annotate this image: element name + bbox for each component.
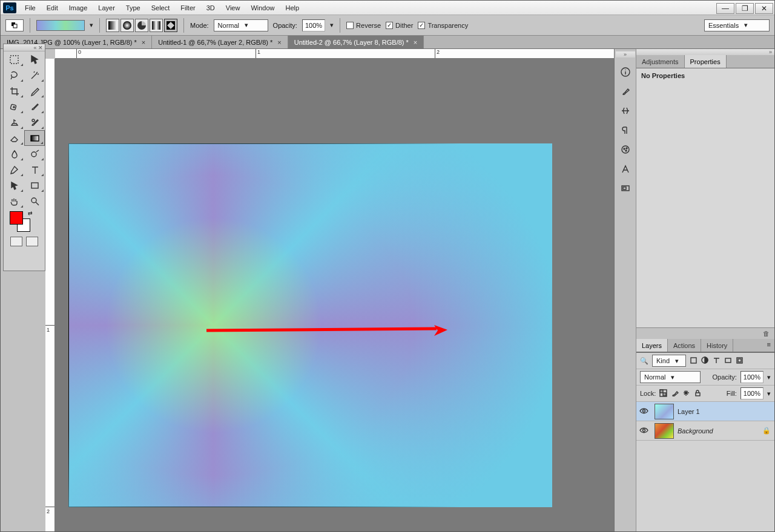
clone-stamp-tool[interactable] [4, 114, 24, 130]
menu-image[interactable]: Image [64, 2, 93, 13]
chevron-down-icon[interactable]: ▾ [767, 373, 771, 381]
window-close-button[interactable]: ✕ [755, 3, 773, 14]
styles-panel-icon[interactable] [618, 142, 633, 157]
gradient-reflected-button[interactable] [150, 19, 163, 32]
menu-file[interactable]: File [20, 2, 41, 13]
quick-mask-button[interactable] [10, 237, 22, 246]
menu-select[interactable]: Select [147, 2, 175, 13]
layer-filter-select[interactable]: Kind▾ [652, 355, 686, 367]
gradient-preset-picker[interactable] [36, 20, 85, 31]
menu-help[interactable]: Help [281, 2, 305, 13]
workspace-select[interactable]: Essentials▾ [704, 19, 770, 31]
dither-checkbox[interactable]: Dither [386, 22, 413, 29]
history-brush-tool[interactable] [24, 114, 45, 130]
gradient-radial-button[interactable] [120, 19, 134, 32]
pen-tool[interactable] [4, 162, 24, 177]
lock-transparency-icon[interactable] [659, 389, 667, 398]
lock-position-icon[interactable] [682, 389, 690, 398]
color-picker[interactable]: ⇄ [4, 209, 45, 234]
toolbox-collapse-handle[interactable]: « ✕ [4, 44, 45, 51]
visibility-toggle-icon[interactable] [636, 407, 651, 416]
window-minimize-button[interactable]: — [716, 3, 734, 14]
hand-tool[interactable] [4, 193, 24, 209]
document-tab[interactable]: Untitled-1 @ 66,7% (Layer 2, RGB/8) *× [152, 36, 288, 48]
navigator-panel-icon[interactable] [618, 181, 633, 195]
close-tab-icon[interactable]: × [277, 39, 281, 46]
filter-type-icon[interactable] [713, 356, 721, 366]
fill-input[interactable]: 100% [740, 387, 763, 399]
chevron-down-icon[interactable]: ▾ [330, 21, 334, 29]
marquee-tool[interactable] [4, 51, 24, 67]
actions-tab[interactable]: Actions [668, 339, 701, 352]
layer-name[interactable]: Layer 1 [678, 408, 774, 415]
canvas-viewport[interactable] [55, 59, 614, 531]
blend-mode-select[interactable]: Normal▾ [214, 19, 268, 31]
layer-row[interactable]: Background 🔒 [636, 421, 774, 441]
lasso-tool[interactable] [4, 67, 24, 83]
magic-wand-tool[interactable] [24, 67, 45, 83]
visibility-toggle-icon[interactable] [636, 426, 651, 435]
menu-layer[interactable]: Layer [93, 2, 120, 13]
layer-thumbnail[interactable] [655, 423, 674, 439]
panel-menu-icon[interactable]: ≡ [763, 339, 774, 352]
chevron-down-icon[interactable]: ▾ [767, 390, 771, 398]
menu-edit[interactable]: Edit [42, 2, 63, 13]
shape-tool[interactable] [24, 177, 45, 193]
opacity-input[interactable]: 100% [302, 19, 325, 31]
eyedropper-tool[interactable] [24, 83, 45, 99]
lock-brush-icon[interactable] [671, 389, 679, 398]
layer-row[interactable]: Layer 1 [636, 402, 774, 421]
reverse-checkbox[interactable]: Reverse [346, 22, 381, 29]
eraser-tool[interactable] [4, 130, 24, 146]
history-tab[interactable]: History [701, 339, 733, 352]
paragraph-panel-icon[interactable] [618, 123, 633, 137]
document-tab[interactable]: Untitled-2 @ 66,7% (Layer 8, RGB/8) *× [288, 36, 424, 48]
gradient-linear-button[interactable] [106, 19, 119, 32]
info-panel-icon[interactable] [618, 65, 633, 79]
menu-filter[interactable]: Filter [176, 2, 200, 13]
filter-shape-icon[interactable] [724, 356, 732, 366]
close-tab-icon[interactable]: × [142, 39, 145, 46]
layer-thumbnail[interactable] [655, 404, 674, 419]
panel-trash-icon[interactable]: 🗑 [636, 328, 774, 339]
healing-brush-tool[interactable] [4, 99, 24, 114]
brush-panel-icon[interactable] [618, 84, 633, 99]
path-select-tool[interactable] [4, 177, 24, 193]
menu-view[interactable]: View [221, 2, 245, 13]
panel-toggle-icon[interactable]: » [636, 49, 774, 55]
dropdown-caret-icon[interactable]: ▾ [90, 21, 93, 29]
filter-pixel-icon[interactable] [690, 356, 698, 366]
move-tool[interactable] [24, 51, 45, 67]
canvas[interactable] [68, 143, 552, 507]
panel-toggle-icon[interactable]: » [616, 51, 635, 57]
close-tab-icon[interactable]: × [414, 39, 417, 46]
type-tool[interactable] [24, 162, 45, 177]
layers-tab[interactable]: Layers [636, 339, 668, 352]
foreground-swap-button[interactable] [5, 19, 24, 31]
filter-adjust-icon[interactable] [701, 356, 709, 366]
lock-all-icon[interactable] [694, 389, 702, 398]
window-restore-button[interactable]: ❐ [736, 3, 754, 14]
zoom-tool[interactable] [24, 193, 45, 209]
layer-name[interactable]: Background [678, 427, 762, 435]
menu-3d[interactable]: 3D [202, 2, 220, 13]
swap-colors-icon[interactable]: ⇄ [28, 210, 33, 216]
layer-opacity-input[interactable]: 100% [740, 371, 763, 383]
dodge-tool[interactable] [24, 146, 45, 162]
menu-type[interactable]: Type [121, 2, 145, 13]
gradient-tool[interactable] [24, 130, 45, 146]
layer-blend-select[interactable]: Normal▾ [640, 371, 701, 383]
menu-window[interactable]: Window [246, 2, 279, 13]
screen-mode-button[interactable] [26, 237, 38, 246]
blur-tool[interactable] [4, 146, 24, 162]
character-panel-icon[interactable] [618, 162, 633, 176]
transparency-checkbox[interactable]: Transparency [418, 22, 468, 29]
gradient-diamond-button[interactable] [164, 19, 177, 32]
foreground-color-swatch[interactable] [10, 211, 23, 225]
swatches-panel-icon[interactable] [618, 103, 633, 118]
properties-tab[interactable]: Properties [685, 55, 727, 68]
adjustments-tab[interactable]: Adjustments [636, 55, 685, 68]
crop-tool[interactable] [4, 83, 24, 99]
filter-smart-icon[interactable] [736, 356, 744, 366]
gradient-angle-button[interactable] [135, 19, 148, 32]
